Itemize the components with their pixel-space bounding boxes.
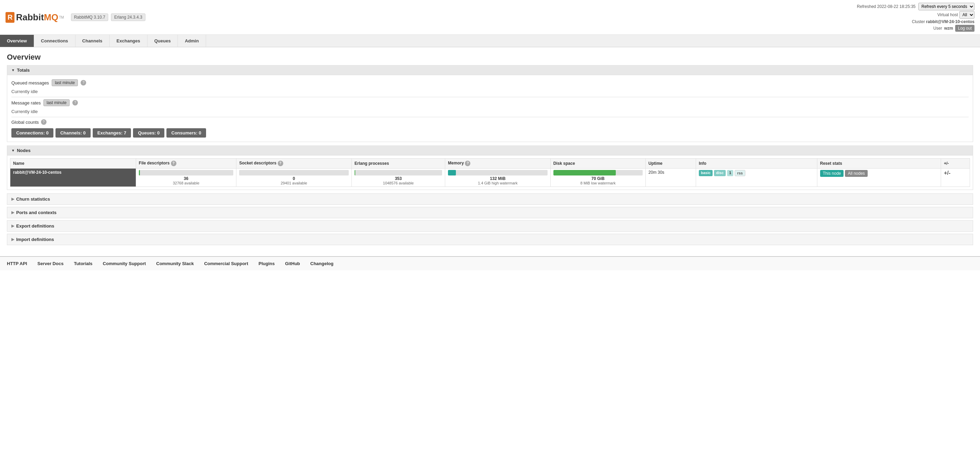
totals-content: Queued messages last minute ? Currently …: [7, 75, 973, 142]
page-title: Overview: [7, 53, 973, 62]
col-uptime: Uptime: [646, 159, 696, 169]
queues-count-btn[interactable]: Queues: 0: [133, 128, 164, 137]
erlang-proc-bar-fill: [355, 170, 356, 175]
col-plus-minus: +/-: [941, 159, 970, 169]
vhost-select[interactable]: All: [959, 11, 975, 19]
node-name-cell: rabbit@VM-24-10-centos: [10, 169, 136, 187]
file-desc-bar: [139, 170, 233, 175]
footer-link-server-docs[interactable]: Server Docs: [38, 261, 64, 266]
file-desc-help-icon[interactable]: ?: [171, 161, 177, 166]
import-header[interactable]: ▶ Import definitions: [7, 234, 973, 245]
connections-count-btn[interactable]: Connections: 0: [11, 128, 53, 137]
consumers-count-btn[interactable]: Consumers: 0: [166, 128, 206, 137]
logo: R RabbitMQTM: [5, 12, 64, 23]
col-file-desc: File descriptors ?: [136, 159, 236, 169]
info-cell: basic disc 1 rss: [696, 169, 817, 187]
import-label: Import definitions: [16, 237, 54, 242]
logout-button[interactable]: Log out: [955, 25, 975, 32]
nav-item-exchanges[interactable]: Exchanges: [110, 35, 148, 47]
footer-link-community-slack[interactable]: Community Slack: [156, 261, 194, 266]
memory-watermark: 1.4 GiB high watermark: [448, 181, 547, 185]
ports-label: Ports and contexts: [16, 210, 57, 215]
exchanges-count-btn[interactable]: Exchanges: 7: [93, 128, 131, 137]
export-arrow-icon: ▶: [11, 224, 14, 228]
nav-item-connections[interactable]: Connections: [34, 35, 75, 47]
info-badge-disc[interactable]: disc: [714, 170, 726, 176]
message-rates-help-icon[interactable]: ?: [72, 100, 78, 105]
memory-bar: [448, 170, 547, 175]
churn-section: ▶ Churn statistics: [7, 193, 973, 205]
nodes-table-header-row: Name File descriptors ? Socket descripto…: [10, 159, 970, 169]
footer-link-http-api[interactable]: HTTP API: [7, 261, 27, 266]
nodes-arrow-icon: ▼: [11, 148, 15, 152]
queued-messages-help-icon[interactable]: ?: [81, 80, 86, 86]
socket-desc-bar: [239, 170, 349, 175]
col-name: Name: [10, 159, 136, 169]
user-value: wzm: [944, 26, 953, 31]
cluster-value: rabbit@VM-24-10-centos: [926, 19, 975, 24]
count-buttons: Connections: 0 Channels: 0 Exchanges: 7 …: [11, 128, 969, 137]
rabbitmq-version-badge: RabbitMQ 3.10.7: [71, 13, 108, 21]
socket-desc-available: 29401 available: [239, 181, 349, 185]
memory-bar-fill: [448, 170, 456, 175]
nav-item-admin[interactable]: Admin: [178, 35, 206, 47]
footer: HTTP API Server Docs Tutorials Community…: [0, 256, 980, 270]
memory-help-icon[interactable]: ?: [465, 161, 470, 166]
disk-space-bar-fill: [554, 170, 616, 175]
global-counts-help-icon[interactable]: ?: [41, 119, 46, 125]
totals-section-header[interactable]: ▼ Totals: [7, 65, 973, 75]
ports-header[interactable]: ▶ Ports and contexts: [7, 207, 973, 218]
nodes-table: Name File descriptors ? Socket descripto…: [10, 158, 970, 187]
totals-label: Totals: [17, 68, 30, 73]
queued-messages-row: Queued messages last minute ?: [11, 79, 969, 86]
message-rates-idle-text: Currently idle: [11, 109, 969, 114]
export-header[interactable]: ▶ Export definitions: [7, 221, 973, 231]
queued-idle-text: Currently idle: [11, 89, 969, 94]
col-memory: Memory ?: [445, 159, 550, 169]
erlang-version-badge: Erlang 24.3.4.3: [111, 13, 145, 21]
socket-desc-help-icon[interactable]: ?: [278, 161, 283, 166]
socket-desc-value: 0: [239, 176, 349, 181]
footer-link-plugins[interactable]: Plugins: [258, 261, 275, 266]
file-desc-cell: 36 32768 available: [136, 169, 236, 187]
footer-link-community-support[interactable]: Community Support: [103, 261, 146, 266]
info-badge-basic[interactable]: basic: [699, 170, 713, 176]
footer-link-commercial-support[interactable]: Commercial Support: [204, 261, 248, 266]
footer-link-tutorials[interactable]: Tutorials: [74, 261, 92, 266]
col-disk-space: Disk space: [550, 159, 646, 169]
erlang-proc-cell: 353 1048576 available: [352, 169, 445, 187]
disk-space-bar: [554, 170, 643, 175]
global-counts-label: Global counts: [11, 119, 39, 125]
message-rates-badge: last minute: [43, 99, 70, 106]
export-section: ▶ Export definitions: [7, 220, 973, 232]
totals-arrow-icon: ▼: [11, 68, 15, 72]
reset-this-node-button[interactable]: This node: [820, 170, 844, 177]
main-content: Overview ▼ Totals Queued messages last m…: [0, 47, 980, 253]
export-label: Export definitions: [16, 223, 54, 229]
nodes-section-header[interactable]: ▼ Nodes: [7, 146, 973, 156]
ports-arrow-icon: ▶: [11, 210, 14, 215]
reset-all-nodes-button[interactable]: All nodes: [845, 170, 867, 177]
info-badge-num[interactable]: 1: [727, 170, 733, 176]
totals-section: ▼ Totals Queued messages last minute ? C…: [7, 65, 973, 142]
nav-item-queues[interactable]: Queues: [148, 35, 178, 47]
footer-link-changelog[interactable]: Changelog: [310, 261, 334, 266]
disk-space-cell: 70 GiB 8 MiB low watermark: [550, 169, 646, 187]
vhost-label: Virtual host: [937, 13, 958, 17]
churn-header[interactable]: ▶ Churn statistics: [7, 194, 973, 204]
churn-label: Churn statistics: [16, 196, 50, 202]
channels-count-btn[interactable]: Channels: 0: [56, 128, 91, 137]
logo-icon: R: [5, 12, 14, 23]
import-section: ▶ Import definitions: [7, 234, 973, 245]
refresh-select[interactable]: Refresh every 5 seconds: [918, 3, 975, 10]
memory-value: 132 MiB: [448, 176, 547, 181]
global-counts-row: Global counts ?: [11, 119, 969, 125]
plus-minus-icon[interactable]: +/-: [944, 170, 950, 176]
info-badge-rss[interactable]: rss: [735, 170, 745, 176]
user-row: User wzm Log out: [857, 25, 975, 32]
nodes-label: Nodes: [17, 148, 31, 153]
footer-link-github[interactable]: GitHub: [285, 261, 300, 266]
nav: Overview Connections Channels Exchanges …: [0, 35, 980, 47]
nav-item-channels[interactable]: Channels: [75, 35, 110, 47]
nav-item-overview[interactable]: Overview: [0, 35, 34, 47]
